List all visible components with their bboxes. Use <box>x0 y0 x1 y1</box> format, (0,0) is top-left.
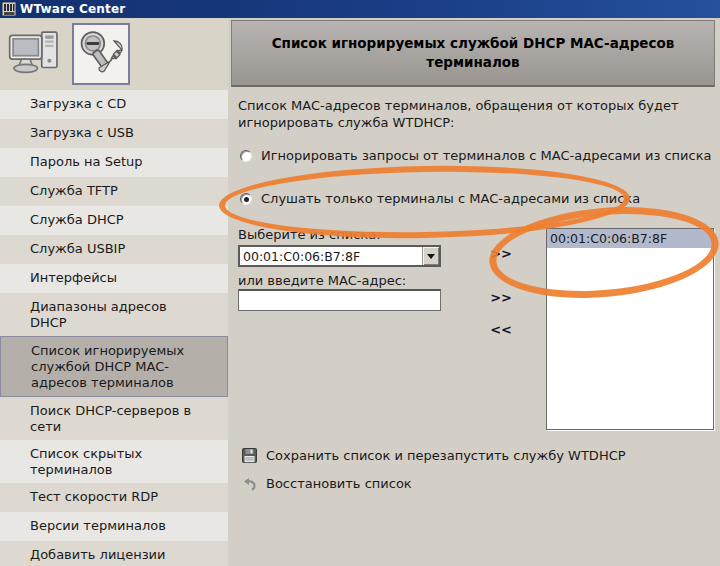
sidebar-item-label: Загрузка с CD <box>30 96 202 112</box>
radio-listen-only-listed[interactable]: Слушать только терминалы с MAC-адресами … <box>240 191 640 206</box>
combobox-dropdown-button[interactable] <box>422 247 439 265</box>
toolbar <box>0 18 228 90</box>
enter-mac-label: или введите MAC-адрес: <box>238 273 406 288</box>
sidebar-item-dhcp-server-search[interactable]: Поиск DHCP-серверов в сети <box>0 397 228 440</box>
wtware-center-window: WTware Center <box>0 0 720 566</box>
chevron-down-icon <box>427 254 435 259</box>
sidebar-item-tftp-service[interactable]: Служба TFTP <box>0 177 228 206</box>
page-title: Список игнорируемых службой DHCP MAC-адр… <box>268 34 678 72</box>
sidebar-item-label: Поиск DHCP-серверов в сети <box>30 403 202 435</box>
sidebar-item-label: Служба USBIP <box>30 241 202 257</box>
page-header: Список игнорируемых службой DHCP MAC-адр… <box>231 20 715 87</box>
sidebar-item-hidden-terminals[interactable]: Список скрытых терминалов <box>0 440 228 483</box>
sidebar-item-label: Диапазоны адресов DHCP <box>30 299 202 331</box>
save-and-restart-action[interactable]: Сохранить список и перезапустить службу … <box>242 448 626 463</box>
mac-address-listbox[interactable]: 00:01:C0:06:B7:8F <box>546 228 714 430</box>
sidebar-item-dhcp-mac-ignore-list[interactable]: Список игнорируемых службой DHCP MAC-адр… <box>0 336 228 397</box>
sidebar-item-label: Добавить лицензии <box>30 547 202 563</box>
sidebar-item-dhcp-service[interactable]: Служба DHCP <box>0 206 228 235</box>
app-icon <box>2 2 16 16</box>
sidebar: Загрузка с CD Загрузка с USB Пароль на S… <box>0 90 228 566</box>
add-to-list-button-2[interactable]: >> <box>486 290 512 305</box>
radio-label: Игнорировать запросы от терминалов с MAC… <box>261 148 712 163</box>
sidebar-item-boot-cd[interactable]: Загрузка с CD <box>0 90 228 119</box>
undo-icon <box>242 476 257 491</box>
sidebar-item-label: Интерфейсы <box>30 270 202 286</box>
mac-address-input[interactable] <box>238 289 441 311</box>
main-panel: Список игнорируемых службой DHCP MAC-адр… <box>228 18 720 566</box>
radio-ignore-listed[interactable]: Игнорировать запросы от терминалов с MAC… <box>240 148 712 163</box>
intro-text: Список MAC-адресов терминалов, обращения… <box>238 97 702 131</box>
transfer-buttons: >> >> << <box>486 246 512 337</box>
computer-icon[interactable] <box>6 23 64 85</box>
tools-icon[interactable] <box>72 23 130 85</box>
window-title: WTware Center <box>20 0 125 18</box>
select-from-list-label: Выберите из списка: <box>238 227 381 242</box>
title-bar[interactable]: WTware Center <box>0 0 720 18</box>
sidebar-item-label: Тест скорости RDP <box>30 489 202 505</box>
sidebar-item-label: Служба TFTP <box>30 183 202 199</box>
restore-list-action[interactable]: Восстановить список <box>242 476 412 491</box>
radio-button-icon[interactable] <box>240 193 252 205</box>
radio-button-icon[interactable] <box>240 150 252 162</box>
sidebar-item-label: Служба DHCP <box>30 212 202 228</box>
action-label: Сохранить список и перезапустить службу … <box>266 448 626 463</box>
sidebar-item-label: Версии терминалов <box>30 518 202 534</box>
sidebar-item-rdp-speed-test[interactable]: Тест скорости RDP <box>0 483 228 512</box>
sidebar-item-label: Пароль на Setup <box>30 154 202 170</box>
add-to-list-button[interactable]: >> <box>486 246 512 261</box>
remove-from-list-button[interactable]: << <box>486 322 512 337</box>
sidebar-item-terminal-versions[interactable]: Версии терминалов <box>0 512 228 541</box>
sidebar-item-label: Загрузка с USB <box>30 125 202 141</box>
left-panel: Загрузка с CD Загрузка с USB Пароль на S… <box>0 18 228 566</box>
sidebar-item-label: Список скрытых терминалов <box>30 446 202 478</box>
action-label: Восстановить список <box>266 476 412 491</box>
list-item[interactable]: 00:01:C0:06:B7:8F <box>547 229 713 248</box>
sidebar-item-label: Список игнорируемых службой DHCP MAC-адр… <box>31 343 203 391</box>
combobox-value: 00:01:C0:06:B7:8F <box>240 249 422 264</box>
sidebar-item-interfaces[interactable]: Интерфейсы <box>0 264 228 293</box>
sidebar-item-dhcp-ranges[interactable]: Диапазоны адресов DHCP <box>0 293 228 336</box>
sidebar-item-add-licenses[interactable]: Добавить лицензии <box>0 541 228 566</box>
radio-label: Слушать только терминалы с MAC-адресами … <box>261 191 640 206</box>
sidebar-item-usbip-service[interactable]: Служба USBIP <box>0 235 228 264</box>
sidebar-item-setup-password[interactable]: Пароль на Setup <box>0 148 228 177</box>
mac-address-combobox[interactable]: 00:01:C0:06:B7:8F <box>238 245 441 267</box>
save-icon <box>242 448 257 463</box>
sidebar-item-boot-usb[interactable]: Загрузка с USB <box>0 119 228 148</box>
